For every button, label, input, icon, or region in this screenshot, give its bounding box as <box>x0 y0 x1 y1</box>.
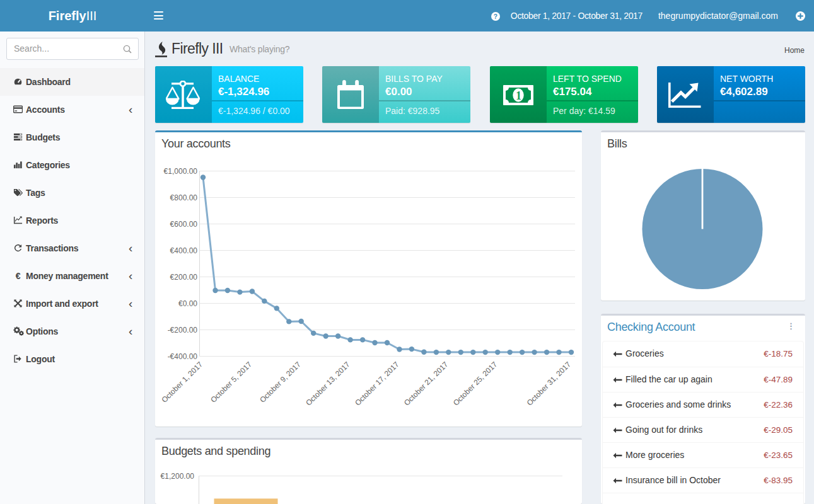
svg-text:€600.00: €600.00 <box>170 220 198 229</box>
svg-text:October 25, 2017: October 25, 2017 <box>451 360 499 408</box>
svg-text:-€200.00: -€200.00 <box>168 326 198 335</box>
svg-text:October 5, 2017: October 5, 2017 <box>209 360 253 404</box>
svg-text:€: € <box>16 271 21 280</box>
svg-text:October 21, 2017: October 21, 2017 <box>402 360 450 408</box>
svg-text:€400.00: €400.00 <box>170 246 198 255</box>
svg-text:October 13, 2017: October 13, 2017 <box>304 360 352 408</box>
svg-text:October 31, 2017: October 31, 2017 <box>525 360 573 408</box>
svg-text:€0.00: €0.00 <box>178 299 197 308</box>
svg-text:October 9, 2017: October 9, 2017 <box>258 360 303 404</box>
svg-text:€800.00: €800.00 <box>170 193 198 202</box>
svg-text:October 17, 2017: October 17, 2017 <box>353 360 401 408</box>
svg-text:€1,000.00: €1,000.00 <box>164 167 198 176</box>
svg-text:€200.00: €200.00 <box>170 273 198 282</box>
svg-text:1: 1 <box>516 89 521 102</box>
svg-text:-€400.00: -€400.00 <box>168 352 198 361</box>
svg-text:?: ? <box>494 13 497 20</box>
svg-text:October 1, 2017: October 1, 2017 <box>160 360 204 404</box>
svg-text:€1,200.00: €1,200.00 <box>161 472 195 481</box>
